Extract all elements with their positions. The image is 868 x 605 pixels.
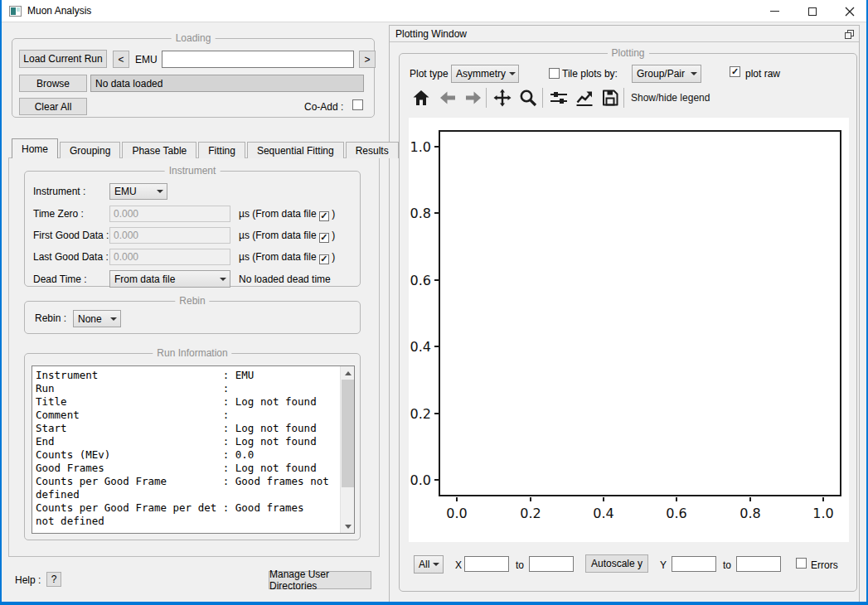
instrument-label: Instrument :: [33, 186, 85, 197]
instrument-select-value: EMU: [114, 186, 137, 197]
chevron-down-icon: [216, 278, 230, 281]
run-information-textarea: Instrument : EMU Run : Title : Log not f…: [32, 365, 355, 534]
plot-pan-button[interactable]: [491, 86, 514, 109]
tile-plots-checkbox[interactable]: [549, 68, 560, 79]
home-tab-pane: Instrument Instrument : EMU Time Zero : …: [8, 157, 380, 557]
x-tick-mark: [530, 497, 531, 501]
tab-home[interactable]: Home: [12, 138, 58, 158]
y-tick-mark: [434, 346, 439, 347]
last-good-data-unit-label: µs (From data file ): [239, 251, 335, 264]
show-hide-legend-button[interactable]: Show/hide legend: [631, 92, 710, 104]
help-label: Help :: [15, 574, 41, 586]
close-icon: [845, 7, 855, 17]
plot-save-button[interactable]: [599, 86, 622, 109]
tab-fitting[interactable]: Fitting: [198, 142, 245, 158]
rebin-group-label: Rebin: [175, 295, 209, 307]
plot-type-select-value: Asymmetry: [456, 68, 506, 80]
x-max-input[interactable]: [529, 556, 574, 572]
tile-by-select[interactable]: Group/Pair: [632, 65, 701, 83]
x-to-label: to: [516, 559, 524, 571]
instrument-prefix-label: EMU: [135, 54, 158, 65]
last-good-data-label: Last Good Data :: [33, 251, 109, 263]
loading-group-label: Loading: [172, 32, 216, 45]
last-good-data-input[interactable]: [109, 249, 230, 265]
y-range-label: Y: [660, 559, 667, 571]
plotting-window-titlebar[interactable]: Plotting Window: [390, 26, 859, 42]
x-tick-mark: [749, 497, 751, 501]
load-current-run-button[interactable]: Load Current Run: [19, 50, 107, 68]
coadd-checkbox[interactable]: [352, 99, 363, 110]
errors-checkbox[interactable]: [796, 558, 807, 569]
plot-type-select[interactable]: Asymmetry: [451, 65, 519, 83]
plot-zoom-button[interactable]: [516, 86, 540, 109]
time-zero-unit-label: µs (From data file ): [239, 208, 335, 221]
minimize-button[interactable]: [756, 0, 793, 22]
run-number-input[interactable]: [162, 51, 354, 68]
run-increment-button[interactable]: >: [359, 51, 376, 68]
plot-forward-button[interactable]: [462, 86, 485, 109]
dead-time-select-value: From data file: [114, 273, 175, 285]
first-good-data-from-file-checkbox[interactable]: [319, 233, 329, 243]
run-information-scrollbar[interactable]: [340, 366, 354, 533]
tile-by-select-value: Group/Pair: [637, 68, 685, 80]
y-tick-label: 0.6: [406, 273, 431, 288]
window-border-bottom: [0, 602, 868, 605]
clear-all-button[interactable]: Clear All: [19, 98, 87, 115]
app-icon: [9, 6, 22, 17]
time-zero-from-file-checkbox[interactable]: [319, 211, 329, 221]
y-min-input[interactable]: [672, 556, 716, 572]
last-good-data-from-file-checkbox[interactable]: [319, 254, 329, 264]
plot-raw-checkbox[interactable]: [730, 66, 740, 77]
y-tick-label: 0.4: [406, 339, 431, 355]
scroll-down-button[interactable]: [341, 520, 355, 533]
x-tick-mark: [603, 497, 604, 501]
y-to-label: to: [723, 559, 731, 571]
first-good-data-input[interactable]: [109, 227, 230, 244]
dead-time-status: No loaded dead time: [239, 273, 331, 285]
plot-type-label: Plot type :: [410, 68, 453, 80]
autoscale-y-button[interactable]: Autoscale y: [585, 554, 648, 573]
help-button[interactable]: ?: [46, 572, 61, 587]
close-button[interactable]: [831, 0, 868, 22]
subplots-config-icon: [549, 88, 569, 108]
range-scope-select[interactable]: All: [414, 555, 444, 574]
instrument-select[interactable]: EMU: [109, 183, 167, 200]
tab-grouping[interactable]: Grouping: [60, 142, 120, 158]
window-title: Muon Analysis: [27, 0, 91, 22]
dead-time-select[interactable]: From data file: [109, 270, 230, 288]
y-tick-label: 0.2: [406, 406, 431, 422]
x-tick-label: 0.6: [666, 506, 686, 521]
scroll-up-button[interactable]: [341, 366, 355, 380]
chevron-down-icon: [429, 563, 443, 566]
x-tick-mark: [822, 497, 824, 501]
plot-subplots-config-button[interactable]: [547, 86, 570, 109]
scrollbar-thumb[interactable]: [342, 380, 354, 487]
maximize-button[interactable]: [793, 0, 831, 22]
rebin-select[interactable]: None: [73, 310, 121, 327]
browse-button[interactable]: Browse: [19, 75, 87, 92]
tab-sequential-fitting[interactable]: Sequential Fitting: [247, 142, 344, 158]
plot-back-button[interactable]: [436, 86, 459, 109]
plot-customize-axes-button[interactable]: [573, 86, 596, 109]
tab-results[interactable]: Results: [346, 142, 399, 158]
instrument-group-label: Instrument: [165, 165, 221, 177]
float-dock-button[interactable]: [842, 27, 856, 41]
manage-user-directories-button[interactable]: Manage User Directories: [269, 571, 371, 589]
x-range-label: X: [455, 559, 462, 571]
toolbar-separator: [623, 88, 624, 108]
x-tick-label: 1.0: [812, 506, 833, 521]
run-decrement-button[interactable]: <: [113, 51, 129, 68]
tile-plots-label: Tile plots by:: [562, 68, 618, 80]
tab-phase-table[interactable]: Phase Table: [122, 142, 196, 158]
chevron-down-icon: [153, 190, 167, 193]
run-information-group: Run Information Instrument : EMU Run : T…: [24, 353, 361, 540]
plot-home-button[interactable]: [410, 86, 433, 109]
x-min-input[interactable]: [464, 556, 509, 572]
plotting-group: Plotting Plot type : Asymmetry Tile plot…: [399, 53, 857, 592]
title-bar: Muon Analysis: [0, 0, 868, 22]
coadd-label: Co-Add :: [304, 101, 343, 113]
y-max-input[interactable]: [736, 556, 781, 572]
time-zero-input[interactable]: [109, 206, 230, 222]
minimize-icon: [770, 11, 779, 12]
y-tick-label: 0.0: [406, 472, 431, 488]
